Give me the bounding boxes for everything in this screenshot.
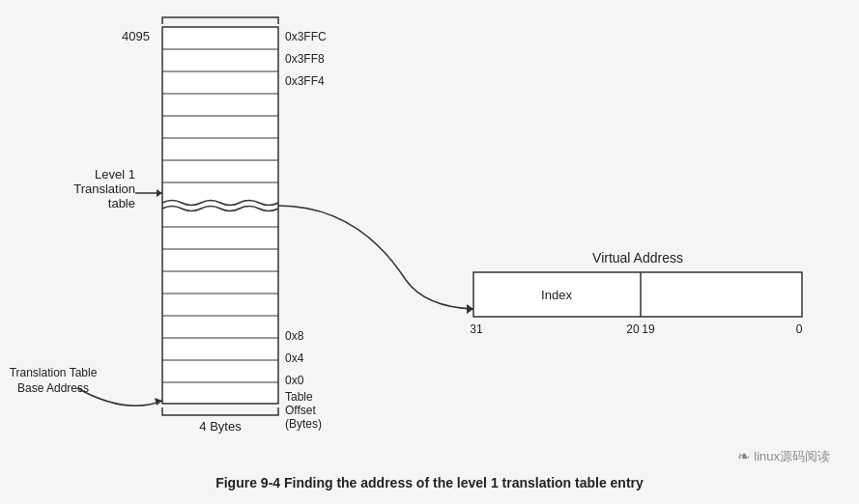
svg-text:(Bytes): (Bytes) (285, 417, 322, 431)
bit-20: 20 (626, 322, 640, 336)
figure-caption: Figure 9-4 Finding the address of the le… (0, 475, 859, 490)
watermark-icon: ❧ (737, 447, 750, 465)
bit-0: 0 (796, 322, 803, 336)
offset-4: 0x4 (285, 351, 304, 365)
level1-label-line3: table (108, 196, 135, 210)
svg-rect-22 (473, 272, 802, 317)
table-offset-label: Table (285, 390, 313, 404)
offset-3ff8: 0x3FF8 (285, 52, 325, 66)
offset-3ff4: 0x3FF4 (285, 74, 325, 88)
svg-marker-19 (157, 189, 162, 197)
index-label: Index (541, 288, 572, 302)
bytes-label: 4 Bytes (199, 419, 242, 434)
va-title: Virtual Address (592, 250, 683, 266)
bit-31: 31 (470, 322, 483, 336)
svg-text:Offset: Offset (285, 404, 316, 417)
base-addr-line1: Translation Table (10, 366, 98, 379)
watermark: ❧ linux源码阅读 (737, 447, 830, 465)
watermark-text: linux源码阅读 (754, 448, 830, 465)
top-row-label: 4095 (122, 29, 150, 43)
level1-label-line1: Level 1 (95, 167, 135, 182)
offset-0: 0x0 (285, 374, 304, 387)
bit-19: 19 (642, 322, 655, 336)
level1-label-line2: Translation (73, 182, 135, 196)
diagram-container: 4095 0x3FFC 0x3FF8 0x3FF4 0x8 0x4 0x0 Ta… (0, 0, 859, 504)
svg-rect-0 (162, 27, 278, 404)
main-diagram: 4095 0x3FFC 0x3FF8 0x3FF4 0x8 0x4 0x0 Ta… (0, 0, 859, 504)
offset-8: 0x8 (285, 329, 304, 343)
offset-3ffc: 0x3FFC (285, 30, 327, 43)
svg-marker-21 (467, 304, 473, 314)
